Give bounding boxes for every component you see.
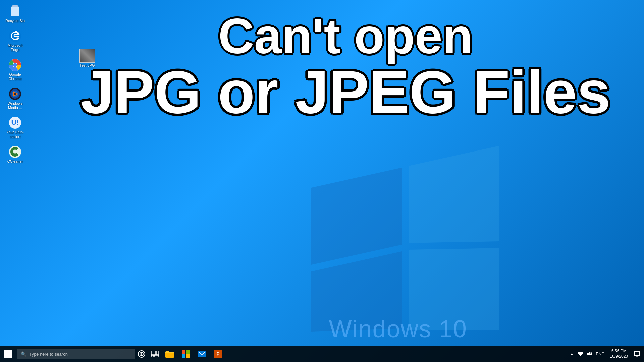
overlay-line2: JPG or JPEG Files bbox=[47, 62, 644, 122]
tray-notification-button[interactable] bbox=[632, 350, 642, 358]
taskbar-search-text: Type here to search bbox=[29, 352, 68, 357]
desktop-icon-test-jpg[interactable]: Test-JPG bbox=[75, 49, 99, 67]
desktop-icons-column: Recycle Bin Microsoft Edge bbox=[3, 3, 27, 165]
svg-rect-26 bbox=[8, 350, 12, 354]
svg-rect-40 bbox=[186, 354, 190, 358]
svg-rect-27 bbox=[4, 354, 8, 358]
desktop-icon-chrome[interactable]: Google Chrome bbox=[3, 57, 27, 82]
taskbar-pin-store[interactable] bbox=[178, 346, 194, 362]
desktop-icon-uninstaller[interactable]: U! Your Unin-staller! bbox=[3, 115, 27, 140]
svg-rect-28 bbox=[8, 354, 12, 358]
svg-rect-25 bbox=[4, 350, 8, 354]
test-jpg-thumbnail bbox=[79, 49, 95, 63]
test-jpg-label: Test-JPG bbox=[79, 63, 95, 67]
win10-watermark-text: Windows 10 bbox=[329, 315, 467, 343]
taskbar-search-bar[interactable]: 🔍 Type here to search bbox=[17, 349, 135, 359]
edge-icon bbox=[8, 29, 22, 43]
svg-text:U!: U! bbox=[11, 118, 19, 126]
desktop: Windows 10 Recycle Bin bbox=[0, 0, 644, 362]
desktop-icon-edge[interactable]: Microsoft Edge bbox=[3, 28, 27, 53]
svg-rect-38 bbox=[186, 350, 190, 354]
system-tray: ▲ bbox=[569, 346, 644, 362]
recycle-bin-label: Recycle Bin bbox=[5, 19, 25, 23]
svg-point-24 bbox=[83, 57, 92, 63]
svg-marker-47 bbox=[587, 352, 590, 356]
svg-point-31 bbox=[141, 353, 142, 355]
windows-media-icon bbox=[8, 87, 22, 101]
svg-marker-1 bbox=[409, 146, 499, 243]
desktop-icon-recycle-bin[interactable]: Recycle Bin bbox=[3, 3, 27, 24]
chrome-label: Google Chrome bbox=[5, 72, 25, 81]
tray-volume-icon[interactable] bbox=[585, 351, 593, 357]
win10-logo-watermark bbox=[301, 141, 509, 335]
tray-clock[interactable]: 6:56 PM 10/9/2020 bbox=[607, 349, 631, 359]
ccleaner-icon bbox=[8, 145, 22, 159]
ccleaner-label: CCleaner bbox=[7, 159, 23, 164]
uninstaller-icon: U! bbox=[8, 116, 22, 129]
svg-rect-22 bbox=[80, 49, 95, 62]
svg-point-18 bbox=[14, 93, 16, 95]
tray-icons bbox=[577, 351, 593, 357]
svg-rect-34 bbox=[151, 355, 154, 357]
svg-rect-39 bbox=[182, 354, 185, 358]
svg-rect-33 bbox=[156, 351, 159, 355]
chrome-icon bbox=[8, 58, 22, 72]
svg-text:P: P bbox=[216, 351, 219, 357]
windows-media-label: Windows Media ... bbox=[5, 101, 25, 110]
svg-rect-32 bbox=[151, 351, 156, 355]
svg-point-23 bbox=[85, 50, 90, 56]
taskbar-search-icon: 🔍 bbox=[21, 351, 26, 357]
edge-label: Microsoft Edge bbox=[5, 43, 25, 52]
svg-point-10 bbox=[9, 30, 21, 42]
task-view-button[interactable] bbox=[148, 346, 162, 362]
overlay-line1: Can't open bbox=[47, 10, 644, 62]
tray-date: 10/9/2020 bbox=[610, 354, 628, 359]
svg-rect-49 bbox=[634, 352, 640, 356]
tray-overflow-button[interactable]: ▲ bbox=[569, 352, 575, 356]
desktop-icon-windows-media[interactable]: Windows Media ... bbox=[3, 86, 27, 111]
svg-rect-37 bbox=[182, 350, 185, 354]
tray-language-indicator[interactable]: ENG bbox=[595, 352, 606, 356]
svg-rect-46 bbox=[578, 352, 583, 354]
svg-rect-41 bbox=[198, 351, 206, 357]
svg-point-13 bbox=[13, 63, 17, 67]
svg-rect-35 bbox=[154, 355, 159, 357]
start-button[interactable] bbox=[0, 346, 16, 362]
svg-marker-0 bbox=[311, 168, 402, 265]
taskbar-pin-powerpoint[interactable]: P bbox=[210, 346, 226, 362]
recycle-bin-icon bbox=[8, 5, 22, 18]
desktop-icon-ccleaner[interactable]: CCleaner bbox=[3, 144, 27, 165]
tray-time: 6:56 PM bbox=[611, 349, 627, 354]
tray-network-icon[interactable] bbox=[577, 351, 585, 357]
taskbar-pin-mail[interactable] bbox=[194, 346, 210, 362]
overlay-text-container: Can't open JPG or JPEG Files bbox=[47, 10, 644, 122]
uninstaller-label: Your Unin-staller! bbox=[5, 130, 25, 139]
taskbar-pinned-apps: P bbox=[162, 346, 226, 362]
taskbar-pin-file-explorer[interactable] bbox=[162, 346, 178, 362]
taskbar: 🔍 Type here to search bbox=[0, 346, 644, 362]
cortana-button[interactable] bbox=[135, 346, 148, 362]
